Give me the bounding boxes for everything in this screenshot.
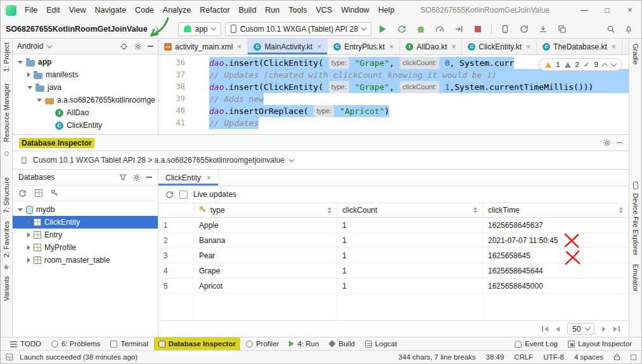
editor-tab-mainactivity-kt[interactable]: MainActivity.kt× — [248, 39, 328, 54]
expand-icon[interactable] — [27, 258, 30, 263]
indent-setting[interactable]: 4 spaces — [574, 353, 603, 361]
stripe-variants[interactable]: Variants — [3, 276, 10, 301]
inspections-widget[interactable]: 1 2 ✓ 9 — [539, 58, 622, 71]
stripe-favorites[interactable]: 2: Favorites — [3, 221, 10, 257]
hide-toolwindow-icon[interactable] — [148, 46, 153, 47]
sdk-manager-button[interactable] — [536, 22, 551, 36]
previous-page-button[interactable] — [556, 327, 560, 332]
close-tab-icon[interactable]: × — [237, 42, 241, 51]
toolwindow-database-inspector[interactable]: Database Inspector — [154, 337, 240, 351]
gear-icon[interactable] — [603, 139, 611, 147]
apply-changes-button[interactable] — [394, 22, 409, 36]
refresh-table-icon[interactable] — [165, 191, 174, 199]
project-item-alldao[interactable]: AllDao — [13, 106, 158, 119]
run-button[interactable] — [375, 22, 390, 36]
grid-column-clickcount[interactable]: clickCount — [337, 203, 483, 218]
filter-icon[interactable] — [119, 173, 127, 181]
last-page-button[interactable] — [613, 326, 620, 332]
toolwindow-layout-inspector[interactable]: Layout Inspector — [563, 337, 636, 351]
menu-window[interactable]: Window — [337, 1, 373, 20]
close-button[interactable]: × — [619, 1, 641, 20]
close-tab-icon[interactable]: × — [207, 173, 211, 182]
menu-run[interactable]: Run — [260, 1, 284, 20]
page-size-select[interactable]: 50 — [567, 323, 594, 335]
close-tab-icon[interactable]: × — [451, 42, 456, 51]
next-issue-icon[interactable] — [611, 61, 617, 67]
attach-debugger-button[interactable] — [451, 22, 466, 36]
profiler-button[interactable] — [432, 22, 447, 36]
sort-icon[interactable] — [328, 207, 331, 213]
stripe-device-file-explorer[interactable]: Device File Explorer — [632, 193, 639, 255]
search-everywhere-button[interactable] — [603, 22, 619, 36]
db-item-myprofile[interactable]: MyProfile — [13, 241, 158, 254]
locate-file-icon[interactable] — [120, 42, 128, 51]
layout-inspector-button[interactable] — [555, 22, 570, 36]
collapse-icon[interactable] — [37, 99, 42, 102]
caret-position[interactable]: 38:49 — [486, 353, 504, 361]
db-item-clickentity[interactable]: ClickEntity — [13, 216, 158, 229]
grid-column-clicktime[interactable]: clickTime — [483, 203, 629, 218]
device-manager-button[interactable] — [498, 22, 513, 36]
collapse-icon[interactable] — [27, 86, 32, 89]
toolwindow-todo[interactable]: TODO — [6, 337, 46, 351]
editor-tab-entryplus-kt[interactable]: EntryPlus.kt× — [328, 39, 400, 54]
pin-icon[interactable] — [4, 151, 9, 156]
expand-icon[interactable] — [27, 72, 30, 77]
toolwindow-logcat[interactable]: Logcat — [361, 337, 402, 351]
editor-tab-thedatabase-kt[interactable]: TheDatabase.kt× — [537, 39, 622, 54]
stop-button[interactable] — [470, 22, 485, 36]
grid-column-type[interactable]: type — [194, 203, 337, 218]
close-tab-icon[interactable]: × — [317, 42, 321, 51]
hide-toolwindow-icon[interactable] — [617, 142, 622, 144]
toolwindow-build[interactable]: Build — [324, 337, 359, 351]
live-updates-checkbox[interactable] — [179, 191, 188, 199]
project-item-app[interactable]: app — [13, 56, 158, 68]
menu-refactor[interactable]: Refactor — [195, 1, 234, 20]
hide-icon[interactable] — [146, 177, 152, 178]
previous-issue-icon[interactable] — [602, 63, 608, 69]
project-item-a-a-so68267655kotlinroomge[interactable]: a.a.so68267655kotlinroomge — [13, 94, 158, 106]
menu-view[interactable]: View — [65, 1, 91, 20]
expand-icon[interactable] — [27, 245, 30, 250]
menu-help[interactable]: Help — [374, 1, 399, 20]
keep-connections-key-icon[interactable] — [51, 189, 58, 197]
memory-indicator-icon[interactable] — [631, 355, 636, 360]
line-ending[interactable]: CRLF — [514, 353, 533, 361]
menu-code[interactable]: Code — [131, 1, 158, 20]
project-item-java[interactable]: java — [13, 81, 158, 94]
table-row[interactable]: 1Apple11625658645637 — [158, 218, 629, 233]
db-item-room-master-table[interactable]: room_master_table — [13, 254, 158, 267]
gear-icon[interactable] — [132, 173, 141, 182]
status-message[interactable]: Launch succeeded (38 minutes ago) — [20, 353, 138, 361]
lock-icon[interactable] — [613, 353, 620, 361]
favorites-star-icon[interactable]: ★ — [3, 263, 10, 271]
sync-project-button[interactable] — [517, 22, 532, 36]
device-select[interactable]: Cusom 10.1 WXGA (Tablet) API 28 — [225, 22, 371, 36]
collapse-icon[interactable] — [18, 61, 23, 64]
project-item-manifests[interactable]: manifests — [13, 68, 158, 81]
run-configuration-select[interactable]: app — [178, 22, 221, 36]
stripe-gradle[interactable]: Gradle — [632, 44, 639, 65]
db-item-mydb[interactable]: mydb — [13, 203, 158, 216]
breadcrumb-project[interactable]: SO68267655KotlinRoomGetJoinValue — [6, 25, 148, 34]
toolwindow-terminal[interactable]: Terminal — [106, 337, 152, 351]
menu-navigate[interactable]: Navigate — [91, 1, 131, 20]
maximize-button[interactable]: □ — [596, 1, 619, 20]
menu-edit[interactable]: Edit — [42, 1, 65, 20]
close-tab-icon[interactable]: × — [389, 42, 394, 51]
stripe-project[interactable]: 1: Project — [3, 42, 10, 72]
expand-icon[interactable] — [27, 232, 30, 237]
menu-vcs[interactable]: VCS — [311, 1, 337, 20]
table-row[interactable]: 3Pear11625658645 — [158, 248, 629, 263]
sort-icon[interactable] — [619, 207, 623, 213]
table-row[interactable]: 2Banana12021-07-07 11:50:45 — [158, 233, 629, 248]
table-row[interactable]: 5Apricot11625658645000 — [158, 279, 629, 294]
toolwindow-4-run[interactable]: 4: Run — [285, 337, 323, 351]
project-item-clickentity[interactable]: ClickEntity — [13, 119, 158, 132]
close-tab-icon[interactable]: × — [612, 42, 616, 51]
minimize-button[interactable]: — — [573, 1, 596, 20]
expand-icon[interactable] — [27, 220, 30, 225]
toolwindow-switcher-icon[interactable] — [6, 353, 13, 361]
gear-icon[interactable] — [134, 42, 142, 51]
toolwindow-event-log[interactable]: Event Log — [510, 337, 562, 351]
